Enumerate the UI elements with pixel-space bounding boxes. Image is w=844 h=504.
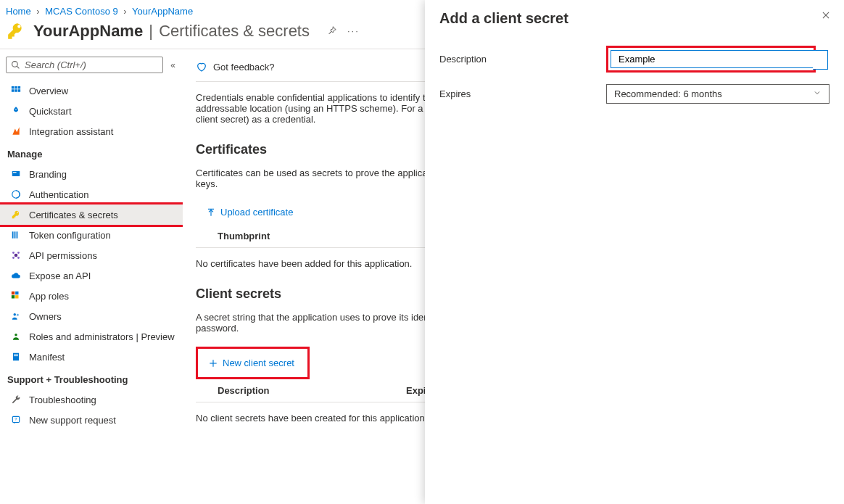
thumbprint-col: Thumbprint (218, 231, 406, 241)
expires-value: Recommended: 6 months (614, 88, 722, 99)
svg-rect-6 (15, 89, 17, 92)
description-col: Description (218, 385, 406, 396)
owners-icon (10, 310, 22, 322)
page-title-sub: Certificates & secrets (159, 22, 310, 40)
wrench-icon (10, 394, 22, 405)
feedback-label: Got feedback? (213, 62, 275, 73)
svg-point-17 (17, 252, 20, 254)
chevron-down-icon (813, 88, 822, 99)
svg-rect-7 (18, 89, 21, 92)
sidebar-item-label: Overview (29, 86, 68, 96)
sidebar-item-app-roles[interactable]: App roles (0, 286, 183, 306)
sidebar-item-api-permissions[interactable]: API permissions (0, 245, 183, 265)
svg-rect-2 (12, 86, 15, 89)
description-input-ext[interactable] (813, 50, 828, 70)
sidebar-item-roles-admins[interactable]: Roles and administrators | Preview (0, 326, 183, 347)
sidebar-group-support: Support + Troubleshooting (0, 367, 183, 389)
page-title: YourAppName | Certificates & secrets (33, 22, 310, 41)
key-icon (10, 209, 22, 220)
sidebar-item-new-support[interactable]: ? New support request (0, 410, 183, 430)
svg-point-18 (17, 257, 20, 259)
grid-icon (10, 85, 22, 96)
sidebar-item-overview[interactable]: Overview (0, 80, 183, 101)
svg-rect-12 (12, 231, 14, 238)
sidebar-item-authentication[interactable]: Authentication (0, 184, 183, 205)
svg-rect-9 (12, 171, 20, 176)
search-input[interactable]: Search (Ctrl+/) (6, 57, 163, 73)
sidebar-item-label: Branding (29, 169, 67, 180)
svg-point-25 (17, 314, 19, 316)
svg-rect-4 (18, 86, 21, 89)
breadcrumb-home[interactable]: Home (6, 6, 31, 17)
more-icon[interactable]: ··· (347, 25, 360, 38)
sidebar-item-label: App roles (29, 291, 69, 302)
admin-icon (10, 331, 22, 342)
sidebar-item-certificates-secrets[interactable]: Certificates & secrets (0, 205, 183, 225)
branding-icon (10, 168, 22, 180)
svg-rect-23 (15, 295, 18, 298)
page-title-app: YourAppName (33, 22, 143, 40)
collapse-sidebar-icon[interactable]: « (167, 59, 178, 72)
sidebar-item-quickstart[interactable]: Quickstart (0, 101, 183, 121)
sidebar-item-label: Token configuration (29, 230, 111, 241)
key-icon (6, 21, 26, 41)
description-input[interactable] (611, 50, 814, 68)
search-placeholder: Search (Ctrl+/) (25, 59, 86, 70)
svg-line-1 (17, 66, 19, 68)
breadcrumb-sep: › (123, 6, 126, 17)
rocket-icon (10, 105, 22, 117)
upload-certificate-label: Upload certificate (220, 207, 293, 218)
breadcrumb-sep: › (36, 6, 39, 17)
sidebar-item-label: Quickstart (29, 106, 72, 117)
svg-point-19 (12, 257, 15, 259)
description-label: Description (439, 54, 606, 65)
sidebar-item-label: Manifest (29, 352, 65, 363)
token-icon (10, 229, 22, 241)
expires-select[interactable]: Recommended: 6 months (606, 84, 829, 104)
sidebar-item-token-config[interactable]: Token configuration (0, 225, 183, 245)
expires-label: Expires (439, 88, 606, 99)
close-icon[interactable] (821, 10, 831, 22)
sidebar-group-manage: Manage (0, 141, 183, 164)
roles-icon (10, 290, 22, 302)
new-client-secret-button[interactable]: New client secret (198, 350, 305, 376)
svg-rect-22 (12, 295, 15, 298)
auth-icon (10, 189, 22, 200)
sidebar-item-label: Certificates & secrets (29, 210, 118, 220)
add-client-secret-panel: Add a client secret Description Expires … (425, 0, 844, 504)
sidebar-item-troubleshooting[interactable]: Troubleshooting (0, 389, 183, 410)
sidebar-item-label: API permissions (29, 250, 97, 261)
svg-rect-28 (14, 355, 18, 355)
svg-rect-5 (12, 89, 15, 92)
new-client-secret-label: New client secret (223, 358, 294, 368)
sidebar: Search (Ctrl+/) « Overview Quickstart In… (0, 49, 183, 502)
svg-rect-14 (17, 231, 18, 238)
svg-point-16 (12, 252, 15, 254)
manifest-icon (10, 351, 22, 363)
svg-point-26 (15, 334, 17, 336)
sidebar-item-label: Expose an API (29, 270, 91, 281)
breadcrumb-l1[interactable]: MCAS Contoso 9 (45, 6, 117, 17)
sidebar-item-label: Roles and administrators | Preview (29, 331, 175, 342)
svg-point-8 (15, 109, 17, 110)
pin-icon[interactable] (327, 25, 337, 38)
upload-certificate-button[interactable]: Upload certificate (196, 199, 303, 225)
svg-rect-13 (15, 231, 16, 238)
sidebar-item-label: Troubleshooting (29, 394, 96, 405)
svg-point-15 (15, 254, 18, 257)
sidebar-item-branding[interactable]: Branding (0, 164, 183, 184)
sidebar-item-label: Authentication (29, 189, 88, 200)
cloud-icon (10, 270, 22, 281)
sidebar-item-expose-api[interactable]: Expose an API (0, 265, 183, 286)
sidebar-item-integration[interactable]: Integration assistant (0, 121, 183, 141)
sidebar-item-label: Integration assistant (29, 126, 113, 137)
svg-point-0 (12, 62, 18, 67)
support-icon: ? (10, 414, 22, 426)
breadcrumb-l2[interactable]: YourAppName (132, 6, 193, 17)
sidebar-item-owners[interactable]: Owners (0, 306, 183, 326)
svg-rect-21 (15, 292, 18, 294)
sidebar-item-label: Owners (29, 311, 62, 322)
sidebar-item-manifest[interactable]: Manifest (0, 347, 183, 367)
svg-rect-20 (12, 292, 15, 294)
svg-point-24 (14, 313, 17, 316)
